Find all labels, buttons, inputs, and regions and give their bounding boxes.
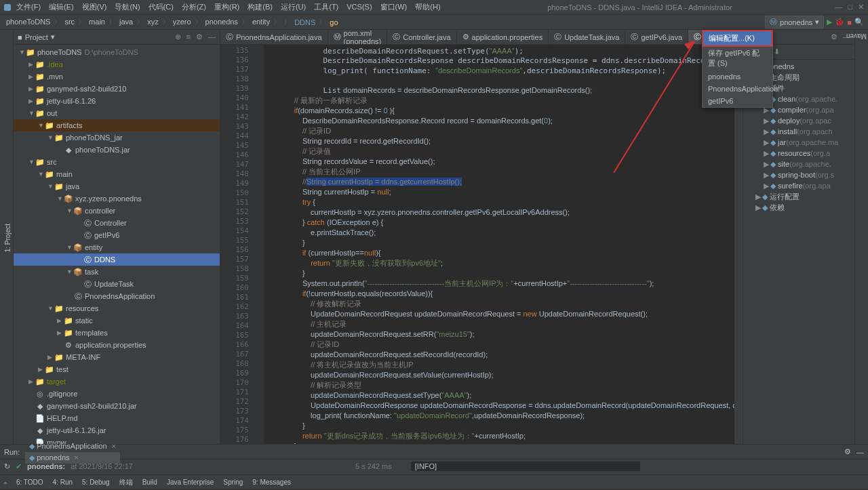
tool-window-button[interactable]: 4: Run [53,478,73,486]
maven-row[interactable]: ▶◆surefire (org.apa [743,180,854,191]
breadcrumb-item[interactable]: java [117,18,135,26]
tree-row[interactable]: 📄HELP.md [14,412,220,424]
menu-item[interactable]: 重构(R) [210,1,243,12]
tree-row[interactable]: ▶📁ganymed-ssh2-build210 [14,83,220,95]
editor-tab[interactable]: Ⓜpom.xml (pnonedns) [328,30,388,45]
stop-icon[interactable]: ■ [847,18,852,26]
tree-row[interactable]: ▼📁java [14,180,220,192]
tree-row[interactable]: ⚙application.properties [14,339,220,351]
run-configuration-selector[interactable]: Ⓜ pnonedns ▾ [765,16,824,28]
menu-item[interactable]: 窗口(W) [376,1,412,12]
dropdown-item[interactable]: getIPv6 [703,95,772,107]
tool-window-icon[interactable]: ▫ [4,478,7,487]
dropdown-item[interactable]: 保存 getIPv6 配置 (S) [703,46,772,70]
breadcrumb-item[interactable]: src [62,18,77,26]
menu-item[interactable]: 帮助(H) [411,1,444,12]
maven-row[interactable]: ▶◆依赖 [743,202,854,213]
menu-item[interactable]: 导航(N) [111,1,144,12]
menu-item[interactable]: 视图(V) [78,1,111,12]
tree-row[interactable]: ▶📁static [14,314,220,327]
breadcrumb-class[interactable]: DDNS [292,18,317,26]
tool-window-button[interactable]: 5: Debug [82,478,110,486]
tree-row[interactable]: ▶📁.mvn [14,70,220,83]
debug-icon[interactable]: 🐞 [835,18,844,26]
tree-row[interactable]: ◆jetty-util-6.1.26.jar [14,424,220,436]
download-icon[interactable]: ⬇ [774,47,780,56]
menu-item[interactable]: VCS(S) [342,1,376,12]
tree-row[interactable]: ▶📁test [14,363,220,375]
tree-row[interactable]: ▶📁.idea [14,58,220,70]
editor-tab[interactable]: ⒸPnonednsApplication.java [220,30,328,45]
tree-row[interactable]: ⒸController [14,217,220,229]
tree-row[interactable]: ◎.gitignore [14,388,220,400]
tree-row[interactable]: ▼📁resources [14,302,220,314]
tree-row[interactable]: ▼📦task [14,266,220,278]
menu-item[interactable]: 构建(B) [243,1,277,12]
tree-row[interactable]: ▶📁templates [14,327,220,339]
breadcrumb-item[interactable]: pnonedns [203,18,240,26]
tree-row[interactable]: ◆ganymed-ssh2-build210.jar [14,400,220,412]
gear-icon[interactable]: ⚙ [196,33,203,41]
run-tab[interactable]: ◆pnonedns× [25,452,120,464]
dropdown-item[interactable]: PnonednsApplication [703,83,772,95]
code-editor[interactable]: 135 136 137 138 139 140 141 142 143 144 … [220,45,743,444]
rerun-icon[interactable]: ↻ [4,462,10,471]
tool-window-button[interactable]: 6: TODO [16,478,43,486]
tool-window-button[interactable]: Spring [223,478,243,486]
maven-tab[interactable]: Maven [855,30,868,43]
tree-row[interactable]: ▼📁out [14,107,220,119]
maven-row[interactable]: ▶◆site (org.apache. [743,159,854,169]
maximize-icon[interactable]: □ [848,3,852,12]
minimize-icon[interactable]: — [835,3,842,12]
gear-icon[interactable]: ⚙ [844,447,851,456]
tree-row[interactable]: ▼📦xyz.yzero.pnonedns [14,192,220,205]
editor-tab[interactable]: ⒸController.java [387,30,456,45]
maven-row[interactable]: ▶◆install (org.apach [743,126,854,137]
editor-tab[interactable]: ⚙application.properties [457,30,549,45]
tree-row[interactable]: ▶📁jetty-util-6.1.26 [14,95,220,107]
breadcrumb-item[interactable]: phoneToDNS [4,18,52,26]
tool-window-button[interactable]: Build [142,478,157,486]
tree-row[interactable]: ⒸPnonednsApplication [14,290,220,302]
editor-tab[interactable]: ⒸgetIPv6.java [625,30,688,45]
select-opened-icon[interactable]: ⊕ [175,33,181,41]
maven-row[interactable]: ▶◆jar (org.apache.ma [743,137,854,148]
breadcrumb-item[interactable]: yzero [171,18,193,26]
tree-row[interactable]: ▼📁artifacts [14,119,220,131]
gear-icon[interactable]: ⚙ [831,33,837,41]
dropdown-item[interactable]: pnonedns [703,70,772,83]
run-tab[interactable]: ◆PnonednsApplication× [25,441,120,452]
tool-window-tab[interactable]: 1: Project [3,221,13,255]
project-tree[interactable]: ▼📁phoneToDNSD:\phoneToDNS▶📁.idea▶📁.mvn▶📁… [14,45,220,444]
tool-window-button[interactable]: 9: Messages [252,478,291,486]
tree-row[interactable]: ▼📁phoneToDNSD:\phoneToDNS [14,46,220,58]
tree-row[interactable]: ▼📁phoneToDNS_jar [14,131,220,144]
menu-item[interactable]: 分析(Z) [178,1,210,12]
breadcrumb-item[interactable]: main [87,18,107,26]
collapse-icon[interactable]: ≡ [186,33,191,41]
tree-row[interactable]: ⒸUpdateTask [14,278,220,290]
dropdown-item[interactable]: 编辑配置...(K) [703,30,772,46]
tree-row[interactable]: ▶📁META-INF [14,351,220,363]
tree-row[interactable]: ⒸgetIPv6 [14,229,220,241]
tree-row[interactable]: ▶📁target [14,375,220,388]
code-content[interactable]: describeDomainRecordsRequest.setType("AA… [264,45,734,444]
tree-row[interactable]: ▼📁main [14,168,220,180]
tool-window-button[interactable]: 终端 [119,478,133,487]
menu-item[interactable]: 运行(U) [277,1,310,12]
tree-row[interactable]: ▼📦controller [14,205,220,217]
menu-item[interactable]: 工具(T) [310,1,342,12]
maven-row[interactable]: ▶◆deploy (org.apac [743,115,854,126]
maven-row[interactable]: ▶◆运行配置 [743,191,854,202]
tree-row[interactable]: ▼📁src [14,156,220,168]
hide-icon[interactable]: — [856,448,864,456]
breadcrumb-item[interactable]: xyz [145,18,161,26]
tree-row[interactable]: ⒸDDNS [14,253,220,266]
hide-icon[interactable]: — [208,33,216,41]
menu-item[interactable]: 编辑(E) [45,1,78,12]
tree-row[interactable]: ◆phoneToDNS.jar [14,144,220,156]
tree-row[interactable]: ▼📦entity [14,241,220,253]
search-icon[interactable]: 🔍 [854,18,864,26]
close-icon[interactable]: ✕ [858,3,864,12]
breadcrumb-item[interactable]: entity [250,18,272,26]
